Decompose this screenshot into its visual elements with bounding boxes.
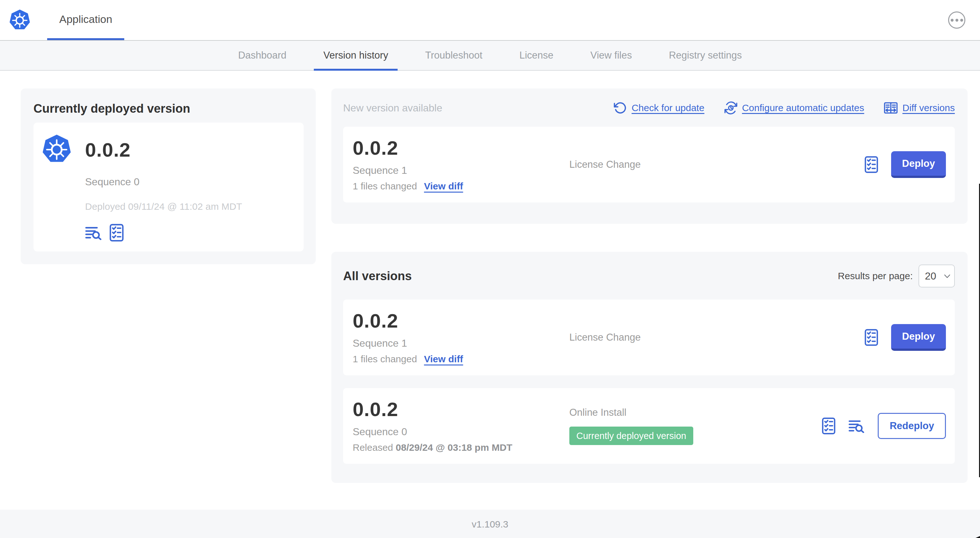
version-number: 0.0.2: [353, 399, 570, 420]
deployed-timestamp: Deployed 09/11/24 @ 11:02 am MDT: [85, 201, 291, 212]
deployed-version-number: 0.0.2: [85, 138, 130, 161]
results-per-page-select[interactable]: 20: [918, 265, 955, 287]
view-diff-link[interactable]: View diff: [424, 181, 463, 192]
admin-console-page: Application Dashboard Version history Tr…: [0, 0, 980, 538]
version-number: 0.0.2: [353, 138, 570, 158]
kubernetes-app-icon: [9, 9, 30, 32]
view-diff-link[interactable]: View diff: [424, 354, 463, 365]
version-row: 0.0.2 Sequence 1 1 files changed View di…: [343, 300, 955, 375]
currently-deployed-title: Currently deployed version: [33, 102, 304, 116]
currently-deployed-badge: Currently deployed version: [570, 427, 693, 445]
deployed-sequence: Sequence 0: [85, 176, 291, 188]
version-change-type: License Change: [570, 159, 864, 170]
top-bar: Application: [0, 0, 980, 41]
preflight-checks-icon[interactable]: [822, 417, 836, 435]
new-version-card: 0.0.2 Sequence 1 1 files changed View di…: [343, 127, 955, 203]
version-sequence: Sequence 0: [353, 426, 570, 438]
install-type-label: Online Install: [570, 407, 626, 418]
currently-deployed-panel: Currently deployed version: [21, 89, 316, 264]
files-changed-label: 1 files changed: [353, 181, 417, 192]
all-versions-title: All versions: [343, 269, 412, 283]
deployed-version-card: 0.0.2 Sequence 0 Deployed 09/11/24 @ 11:…: [33, 122, 304, 251]
files-changed-label: 1 files changed: [353, 354, 417, 365]
version-change-type: License Change: [570, 332, 864, 343]
preflight-checks-icon[interactable]: [109, 224, 124, 242]
tab-view-files[interactable]: View files: [572, 41, 650, 70]
deploy-button[interactable]: Deploy: [891, 151, 946, 178]
tab-license[interactable]: License: [501, 41, 572, 70]
view-logs-icon[interactable]: [848, 419, 865, 433]
released-timestamp: Released 08/29/24 @ 03:18 pm MDT: [353, 442, 570, 453]
footer: v1.109.3: [0, 509, 980, 538]
deploy-button[interactable]: Deploy: [891, 324, 946, 351]
kubernetes-version-icon: [42, 134, 72, 165]
configure-automatic-updates-link[interactable]: Configure automatic updates: [724, 101, 864, 114]
version-sequence: Sequence 1: [353, 165, 570, 176]
version-change-type: Online Install Currently deployed versio…: [570, 407, 822, 445]
section-nav: Dashboard Version history Troubleshoot L…: [0, 41, 980, 71]
new-version-title: New version available: [343, 102, 442, 114]
right-column: New version available Check for update: [331, 89, 967, 483]
redeploy-button[interactable]: Redeploy: [878, 413, 946, 439]
tab-version-history[interactable]: Version history: [305, 41, 407, 70]
diff-icon: [884, 102, 898, 114]
new-version-panel: New version available Check for update: [331, 89, 967, 224]
version-sequence: Sequence 1: [353, 338, 570, 349]
auto-update-clock-icon: [724, 101, 738, 114]
app-tab-label: Application: [59, 13, 112, 25]
ellipsis-icon: [951, 19, 953, 22]
diff-versions-link[interactable]: Diff versions: [884, 102, 955, 114]
preflight-checks-icon[interactable]: [864, 329, 878, 346]
tab-registry-settings[interactable]: Registry settings: [650, 41, 760, 70]
refresh-icon: [614, 101, 627, 114]
view-logs-icon[interactable]: [85, 225, 102, 240]
tab-dashboard[interactable]: Dashboard: [220, 41, 305, 70]
app-tab-application[interactable]: Application: [47, 0, 124, 40]
preflight-checks-icon[interactable]: [864, 156, 878, 173]
check-for-update-link[interactable]: Check for update: [614, 101, 704, 114]
version-row: 0.0.2 Sequence 0 Released 08/29/24 @ 03:…: [343, 388, 955, 464]
console-version-label: v1.109.3: [471, 519, 508, 530]
tab-troubleshoot[interactable]: Troubleshoot: [407, 41, 501, 70]
all-versions-panel: All versions Results per page: 20: [331, 252, 967, 483]
main-content: Currently deployed version: [0, 71, 980, 509]
overflow-menu-button[interactable]: [948, 11, 965, 29]
version-number: 0.0.2: [353, 310, 570, 331]
results-per-page-label: Results per page:: [838, 271, 913, 281]
